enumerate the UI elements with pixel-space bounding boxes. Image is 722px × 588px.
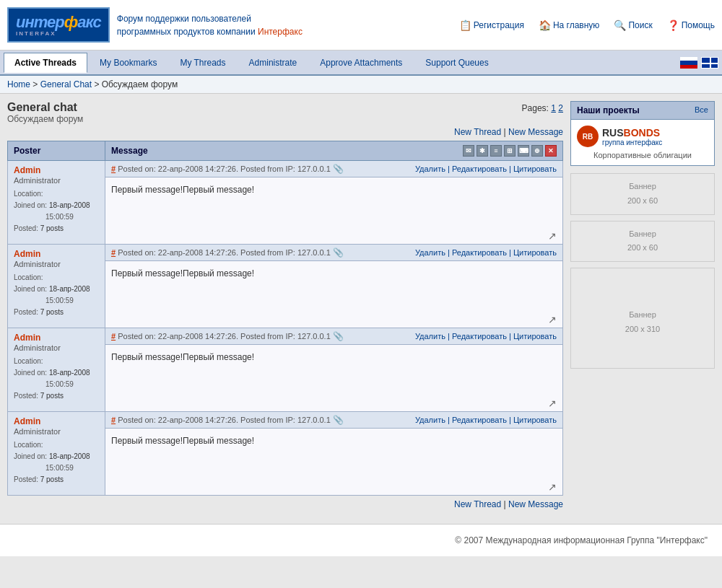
message-cell-0: # Posted on: 22-апр-2008 14:27:26. Poste… bbox=[105, 161, 563, 245]
tab-my-threads[interactable]: My Threads bbox=[169, 53, 236, 72]
new-thread-link-top[interactable]: New Thread bbox=[454, 127, 501, 137]
quote-link-1[interactable]: Цитировать bbox=[513, 248, 557, 257]
help-icon: ❓ bbox=[667, 19, 679, 31]
post-expand-icon-3[interactable]: ↗ bbox=[548, 481, 557, 493]
delete-link-0[interactable]: Удалить bbox=[415, 164, 445, 173]
sidebar-projects-header: Наши проекты Все bbox=[571, 102, 714, 120]
content-area: General chat Обсуждаем форум Pages: 1 2 … bbox=[7, 101, 563, 509]
post-timestamp-0: Posted on: 22-апр-2008 14:27:26. Posted … bbox=[118, 164, 331, 173]
edit-link-1[interactable]: Редактировать bbox=[452, 248, 507, 257]
delete-link-3[interactable]: Удалить bbox=[415, 416, 445, 424]
poster-cell-0: Admin Administrator Location: Joined on:… bbox=[8, 161, 105, 245]
flag-russian[interactable] bbox=[680, 57, 697, 69]
tab-administrate[interactable]: Administrate bbox=[238, 53, 308, 72]
new-thread-link-bottom[interactable]: New Thread bbox=[454, 499, 501, 509]
breadcrumb-home[interactable]: Home bbox=[7, 79, 30, 89]
thread-actions-top: New Thread | New Message bbox=[7, 127, 563, 137]
breadcrumb-general-chat[interactable]: General Chat bbox=[40, 79, 92, 89]
table-row: Admin Administrator Location: Joined on:… bbox=[8, 245, 563, 328]
post-timestamp-1: Posted on: 22-апр-2008 14:27:26. Posted … bbox=[118, 248, 331, 257]
page-2-link[interactable]: 2 bbox=[558, 103, 563, 113]
sidebar-banner-2: Баннер200 x 60 bbox=[570, 221, 715, 263]
toolbar-icon-delete[interactable]: ✕ bbox=[545, 145, 557, 157]
sidebar-projects-title: Наши проекты bbox=[577, 105, 640, 115]
quote-link-2[interactable]: Цитировать bbox=[513, 332, 557, 341]
sidebar-all-link[interactable]: Все bbox=[695, 105, 708, 115]
new-message-link-bottom[interactable]: New Message bbox=[508, 499, 563, 509]
rusbonds-text: RUSBONDS bbox=[602, 127, 662, 139]
post-actions-3: Удалить | Редактировать | Цитировать bbox=[415, 416, 557, 424]
post-expand-icon-1[interactable]: ↗ bbox=[548, 314, 557, 325]
toolbar-icon-4[interactable]: ⊞ bbox=[504, 145, 516, 157]
edit-link-0[interactable]: Редактировать bbox=[452, 164, 507, 173]
tab-active-threads[interactable]: Active Threads bbox=[4, 53, 87, 73]
toolbar-icon-2[interactable]: ✱ bbox=[477, 145, 488, 157]
poster-name-3[interactable]: Admin bbox=[14, 416, 40, 426]
poster-name-0[interactable]: Admin bbox=[14, 165, 40, 175]
attach-icon-0: 📎 bbox=[333, 164, 344, 174]
poster-role-3: Administrator bbox=[14, 427, 61, 436]
tab-my-bookmarks[interactable]: My Bookmarks bbox=[89, 53, 168, 72]
post-body-0: Первый message!Первый message! bbox=[105, 177, 562, 228]
delete-link-1[interactable]: Удалить bbox=[415, 248, 445, 257]
home-link[interactable]: 🏠 На главную bbox=[539, 19, 599, 31]
tab-support-queues[interactable]: Support Queues bbox=[414, 53, 499, 72]
attach-icon-2: 📎 bbox=[333, 331, 344, 341]
sidebar-banner-3: Баннер200 x 310 bbox=[570, 268, 715, 369]
post-hash-0[interactable]: # bbox=[111, 164, 116, 173]
post-hash-1[interactable]: # bbox=[111, 248, 116, 257]
post-meta-3: # Posted on: 22-апр-2008 14:27:26. Poste… bbox=[111, 415, 344, 425]
nav-tabs: Active Threads My Bookmarks My Threads A… bbox=[0, 51, 722, 76]
message-cell-1: # Posted on: 22-апр-2008 14:27:26. Poste… bbox=[105, 245, 563, 328]
poster-name-1[interactable]: Admin bbox=[14, 249, 40, 259]
tab-approve-attachments[interactable]: Approve Attachments bbox=[309, 53, 413, 72]
breadcrumb: Home > General Chat > Обсуждаем форум bbox=[0, 76, 722, 94]
post-timestamp-2: Posted on: 22-апр-2008 14:27:26. Posted … bbox=[118, 332, 331, 341]
register-link[interactable]: 📋 Регистрация bbox=[459, 19, 524, 31]
search-link[interactable]: 🔍 Поиск bbox=[614, 19, 652, 31]
posts-body: Admin Administrator Location: Joined on:… bbox=[8, 161, 563, 496]
pages-label: Pages: bbox=[522, 103, 549, 113]
page-1-link[interactable]: 1 bbox=[551, 103, 556, 113]
new-message-link-top[interactable]: New Message bbox=[508, 127, 563, 137]
header: интерфакс INTERFAX Форум поддержки польз… bbox=[0, 0, 722, 51]
toolbar-icon-5[interactable]: ⌨ bbox=[518, 145, 529, 157]
col-poster: Poster bbox=[8, 141, 105, 161]
page-subtitle: Обсуждаем форум bbox=[7, 114, 83, 124]
flag-english[interactable] bbox=[701, 57, 718, 69]
quote-link-3[interactable]: Цитировать bbox=[513, 416, 557, 424]
footer: © 2007 Международная информационная Груп… bbox=[0, 524, 722, 556]
edit-link-2[interactable]: Редактировать bbox=[452, 332, 507, 341]
logo[interactable]: интерфакс INTERFAX bbox=[7, 7, 110, 43]
post-body-1: Первый message!Первый message! bbox=[105, 261, 562, 312]
post-header-2: # Posted on: 22-апр-2008 14:27:26. Poste… bbox=[105, 328, 562, 345]
post-body-3: Первый message!Первый message! bbox=[105, 429, 562, 479]
post-expand-icon-2[interactable]: ↗ bbox=[548, 398, 557, 409]
sidebar-banner-1: Баннер200 x 60 bbox=[570, 173, 715, 215]
rusbonds-icon: RB bbox=[577, 126, 599, 147]
rusbonds-desc: Корпоративные облигации bbox=[577, 151, 708, 159]
edit-link-3[interactable]: Редактировать bbox=[452, 416, 507, 424]
post-hash-2[interactable]: # bbox=[111, 332, 116, 341]
search-icon: 🔍 bbox=[614, 19, 626, 31]
page-title: General chat bbox=[7, 101, 83, 114]
post-meta-0: # Posted on: 22-апр-2008 14:27:26. Poste… bbox=[111, 164, 344, 174]
poster-name-2[interactable]: Admin bbox=[14, 333, 40, 343]
delete-link-2[interactable]: Удалить bbox=[415, 332, 445, 341]
help-link[interactable]: ❓ Помощь bbox=[667, 19, 715, 31]
poster-role-1: Administrator bbox=[14, 260, 61, 268]
poster-info-3: Location: Joined on: 18-апр-2008 15:00:5… bbox=[14, 439, 99, 486]
poster-info-1: Location: Joined on: 18-апр-2008 15:00:5… bbox=[14, 272, 99, 318]
message-cell-2: # Posted on: 22-апр-2008 14:27:26. Poste… bbox=[105, 328, 563, 412]
header-links: 📋 Регистрация 🏠 На главную 🔍 Поиск ❓ Пом… bbox=[459, 19, 715, 31]
post-expand-icon-0[interactable]: ↗ bbox=[548, 230, 557, 242]
toolbar-icon-1[interactable]: ✉ bbox=[463, 145, 474, 157]
toolbar-icon-3[interactable]: ≡ bbox=[490, 145, 502, 157]
poster-info-2: Location: Joined on: 18-апр-2008 15:00:5… bbox=[14, 356, 99, 402]
toolbar-icon-6[interactable]: ⊕ bbox=[531, 145, 543, 157]
quote-link-0[interactable]: Цитировать bbox=[513, 164, 557, 173]
poster-info-0: Location: Joined on: 18-апр-2008 15:00:5… bbox=[14, 188, 99, 234]
post-hash-3[interactable]: # bbox=[111, 416, 116, 424]
sidebar-projects-content: RB RUSBONDS группа интерфакс Корпоративн… bbox=[571, 120, 714, 165]
message-cell-3: # Posted on: 22-апр-2008 14:27:26. Poste… bbox=[105, 412, 563, 496]
